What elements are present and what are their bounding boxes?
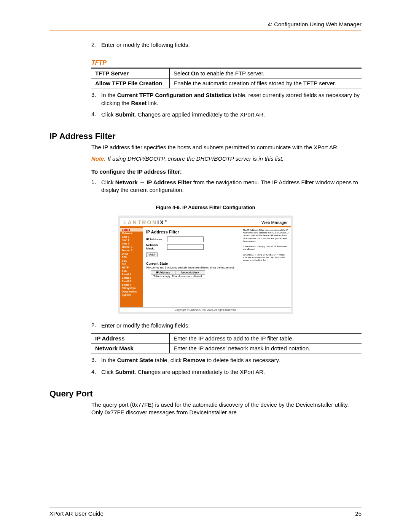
ipfilter-options-table: IP Address Enter the IP address to add t… — [91, 333, 362, 353]
arrow-icon: → — [138, 179, 147, 185]
sidebar-item-cli[interactable]: CLI — [120, 262, 143, 266]
list-text: Click Submit. Changes are applied immedi… — [101, 368, 362, 376]
option-desc: Enter the IP address to add to the IP fi… — [170, 334, 362, 343]
option-label: IP Address — [91, 334, 170, 343]
sidebar-item-http[interactable]: HTTP — [120, 266, 143, 269]
screenshot-sidebar: Status Network Line 1 Line 2 Line 3 Tunn… — [120, 227, 143, 307]
query-port-heading: Query Port — [49, 389, 362, 399]
sidebar-item-filesystem[interactable]: Filesystem — [120, 286, 143, 290]
option-desc: Enter the IP address' network mask in do… — [170, 343, 362, 353]
list-number: 2. — [91, 41, 101, 49]
sidebar-item-xml[interactable]: XML — [120, 269, 143, 273]
sidebar-item-line2[interactable]: Line 2 — [120, 238, 143, 242]
list-item: 4. Click Submit. Changes are applied imm… — [91, 368, 362, 376]
sidebar-item-tunnel2[interactable]: Tunnel 2 — [120, 249, 143, 252]
sidebar-item-email1[interactable]: Email 1 — [120, 273, 143, 276]
list-number: 3. — [91, 91, 101, 107]
option-label: Allow TFTP File Creation — [91, 78, 170, 88]
list-number: 3. — [91, 356, 101, 364]
tftp-subheading: TFTP — [91, 59, 362, 67]
list-text: Click Network → IP Address Filter from t… — [101, 179, 362, 194]
table-empty-text: Table is empty. All addresses are allowe… — [151, 275, 205, 278]
table-row: Network Mask Enter the IP address' netwo… — [91, 343, 362, 353]
option-label: Network Mask — [91, 343, 170, 353]
list-item: 2. Enter or modify the following fields: — [91, 41, 362, 49]
ip-address-input[interactable] — [167, 236, 204, 242]
col-network-mask: Network Mask — [175, 271, 205, 275]
sidebar-item-diagnostics[interactable]: Diagnostics — [120, 290, 143, 293]
body-text: The IP address filter specifies the host… — [91, 144, 362, 151]
option-desc: Enable the automatic creation of files s… — [170, 78, 362, 88]
list-text: Enter or modify the following fields: — [101, 322, 362, 329]
tftp-options-table: TFTP Server Select On to enable the FTP … — [91, 68, 362, 88]
figure-screenshot: LANTRONIX® Web Manager Status Network Li… — [49, 216, 362, 314]
table-row: Allow TFTP File Creation Enable the auto… — [91, 78, 362, 88]
list-text: Enter or modify the following fields: — [101, 41, 362, 49]
list-number: 2. — [91, 322, 101, 329]
sidebar-item-line1[interactable]: Line 1 — [120, 235, 143, 238]
option-desc: Select On to enable the FTP server. — [170, 69, 362, 78]
ip-address-filter-heading: IP Address Filter — [49, 131, 362, 141]
table-row: TFTP Server Select On to enable the FTP … — [91, 69, 362, 78]
col-ip-address: IP Address — [151, 271, 175, 275]
list-number: 4. — [91, 368, 101, 376]
sidebar-item-system[interactable]: System — [120, 293, 143, 297]
procedure-heading: To configure the IP address filter: — [91, 168, 362, 175]
sidebar-item-email4[interactable]: Email 4 — [120, 283, 143, 286]
sidebar-item-tunnel1[interactable]: Tunnel 1 — [120, 245, 143, 249]
add-button[interactable]: Add — [146, 252, 158, 257]
page-number: 25 — [355, 510, 362, 517]
list-text: Click Submit. Changes are applied immedi… — [101, 111, 362, 118]
sidebar-item-line3[interactable]: Line 3 — [120, 242, 143, 245]
list-item: 2. Enter or modify the following fields: — [91, 322, 362, 329]
table-row: IP Address Enter the IP address to add t… — [91, 334, 362, 343]
page-footer: XPort AR User Guide 25 — [49, 508, 362, 517]
network-mask-input[interactable] — [167, 244, 204, 250]
note-label: Note: — [91, 155, 106, 162]
list-number: 4. — [91, 111, 101, 118]
list-text: In the Current State table, click Remove… — [101, 356, 362, 364]
sidebar-item-ssh[interactable]: SSH — [120, 256, 143, 259]
list-item: 3. In the Current State table, click Rem… — [91, 356, 362, 364]
sidebar-item-network[interactable]: Network — [120, 232, 143, 235]
note-text: Note: If using DHCP/BOOTP, ensure the DH… — [91, 155, 362, 163]
current-state-table: IP Address Network Mask Table is empty. … — [151, 270, 205, 278]
list-item: 3. In the Current TFTP Configuration and… — [91, 91, 362, 107]
list-number: 1. — [91, 179, 101, 194]
screenshot-title: IP Address Filter — [146, 230, 237, 234]
help-panel: The IP Address Filter table contains all… — [241, 227, 291, 307]
lantronix-logo: LANTRONIX® — [123, 219, 168, 225]
list-item: 1. Click Network → IP Address Filter fro… — [91, 179, 362, 194]
packets-text: 0 incoming and 0 outgoing packets have b… — [146, 266, 237, 269]
option-label: TFTP Server — [91, 69, 170, 78]
sidebar-item-email3[interactable]: Email 3 — [120, 280, 143, 283]
network-mask-label: Network Mask: — [146, 243, 167, 250]
copyright-text: Copyright © Lantronix, Inc. 2005. All ri… — [120, 307, 291, 312]
sidebar-item-ssl[interactable]: SSL — [120, 259, 143, 262]
sidebar-item-cpm[interactable]: CPM — [120, 252, 143, 256]
list-item: 4. Click Submit. Changes are applied imm… — [91, 111, 362, 118]
ip-address-label: IP Address: — [146, 238, 167, 241]
body-text: The query port (0x77FE) is used for the … — [91, 401, 362, 417]
sidebar-item-email2[interactable]: Email 2 — [120, 276, 143, 280]
web-manager-label: Web Manager — [261, 220, 288, 225]
page-header: 4: Configuration Using Web Manager — [49, 21, 362, 30]
current-state-heading: Current State — [146, 262, 237, 265]
sidebar-item-status[interactable]: Status — [120, 228, 143, 232]
footer-title: XPort AR User Guide — [49, 510, 104, 517]
figure-caption: Figure 4-9. IP Address Filter Configurat… — [49, 204, 362, 210]
list-text: In the Current TFTP Configuration and St… — [101, 91, 362, 107]
